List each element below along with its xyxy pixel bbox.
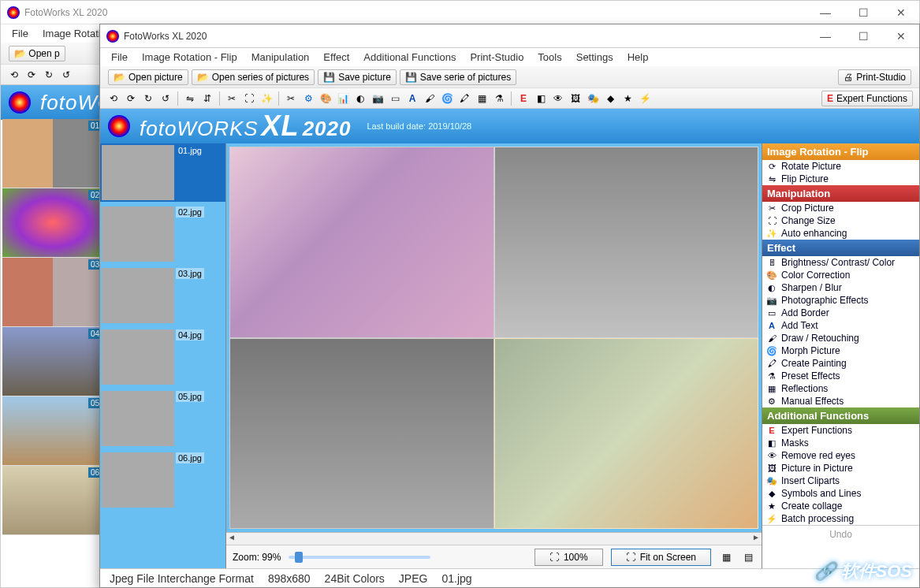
panel-item-crop[interactable]: ✂Crop Picture <box>762 202 919 214</box>
back-thumb[interactable]: 05 <box>2 396 103 466</box>
rotate-right-icon[interactable]: ⟳ <box>24 68 39 82</box>
blur-icon[interactable]: ◐ <box>353 91 367 106</box>
flip-h-icon[interactable]: ⇋ <box>183 91 197 106</box>
menu-rotation-flip[interactable]: Image Rotation - Flip <box>142 51 237 63</box>
reflect-icon[interactable]: ▦ <box>475 91 489 106</box>
collage-icon[interactable]: ★ <box>620 91 635 106</box>
back-thumb[interactable]: 02 <box>2 188 103 258</box>
panel-item-auto[interactable]: ✨Auto enhancing <box>762 227 919 240</box>
grid-icon[interactable]: ▦ <box>719 550 733 564</box>
panel-item-symbols[interactable]: ◆Symbols and Lines <box>762 487 919 500</box>
refresh-icon[interactable]: ↻ <box>42 68 56 82</box>
back-thumb[interactable]: 06 <box>2 466 103 535</box>
panel-item-redeye[interactable]: 👁Remove red eyes <box>762 449 919 462</box>
minimize-button[interactable]: — <box>814 30 837 43</box>
crop-icon[interactable]: ✂ <box>225 91 239 106</box>
wand-icon[interactable]: ✨ <box>259 91 274 106</box>
back-open-picture[interactable]: 📂 Open p <box>9 46 65 61</box>
fit-screen-button[interactable]: ⛶Fit on Screen <box>611 549 711 566</box>
back-thumb[interactable]: 01 <box>2 119 103 188</box>
print-studio-button[interactable]: 🖨Print-Studio <box>838 69 911 85</box>
chart-icon[interactable]: 📊 <box>336 91 350 106</box>
mask-icon[interactable]: ◧ <box>534 91 548 106</box>
color-icon[interactable]: 🎨 <box>318 91 333 106</box>
save-series-button[interactable]: 💾Save serie of pictures <box>400 69 516 85</box>
menu-settings[interactable]: Settings <box>576 51 613 63</box>
camera-icon[interactable]: 📷 <box>371 91 385 106</box>
panel-item-resize[interactable]: ⛶Change Size <box>762 214 919 227</box>
panel-item-sharpen[interactable]: ◐Sharpen / Blur <box>762 281 919 294</box>
panel-item-preset[interactable]: ⚗Preset Effects <box>762 370 919 382</box>
thumbnail-item[interactable]: 03.jpg <box>100 266 225 328</box>
back-thumb[interactable]: 03 <box>2 258 103 327</box>
morph-icon[interactable]: 🌀 <box>440 91 454 106</box>
refresh2-icon[interactable]: ↺ <box>59 68 73 82</box>
panel-item-text[interactable]: AAdd Text <box>762 319 919 332</box>
maximize-button[interactable]: ☐ <box>851 6 875 19</box>
menu-manipulation[interactable]: Manipulation <box>251 51 310 63</box>
panel-item-collage[interactable]: ★Create collage <box>762 500 919 512</box>
thumbnail-item[interactable]: 02.jpg <box>100 205 225 266</box>
panel-item-batch[interactable]: ⚡Batch processing <box>762 512 919 525</box>
save-picture-button[interactable]: 💾Save picture <box>318 69 397 85</box>
shapes-icon[interactable]: ◆ <box>603 91 617 106</box>
preset-icon[interactable]: ⚗ <box>492 91 506 106</box>
menu-print-studio[interactable]: Print-Studio <box>470 51 523 63</box>
rotate-left-icon[interactable]: ⟲ <box>106 91 121 106</box>
open-picture-button[interactable]: 📂Open picture <box>108 69 188 85</box>
rotate-ccw-icon[interactable]: ↺ <box>158 91 173 106</box>
panel-item-brightness[interactable]: 🎚Brightness/ Contrast/ Color <box>762 256 919 269</box>
thumbnail-item[interactable]: 04.jpg <box>100 328 225 389</box>
menu-effect[interactable]: Effect <box>323 51 349 63</box>
undo-button[interactable]: Undo <box>762 525 919 543</box>
pip-icon[interactable]: 🖼 <box>568 91 583 106</box>
panel-item-flip[interactable]: ⇋Flip Picture <box>762 173 919 185</box>
brush-icon[interactable]: 🖌 <box>423 91 437 106</box>
close-button[interactable]: ✕ <box>889 6 913 19</box>
paint-icon[interactable]: 🖍 <box>457 91 471 106</box>
text-icon[interactable]: A <box>405 91 419 106</box>
panel-item-masks[interactable]: ◧Masks <box>762 437 919 449</box>
panel-item-colorcorr[interactable]: 🎨Color Correction <box>762 269 919 281</box>
maximize-button[interactable]: ☐ <box>851 30 875 43</box>
resize-icon[interactable]: ⛶ <box>242 91 256 106</box>
expert-e-icon[interactable]: E <box>516 91 531 106</box>
panel-item-rotate[interactable]: ⟳Rotate Picture <box>762 160 919 173</box>
flip-v-icon[interactable]: ⇵ <box>200 91 214 106</box>
cut-icon[interactable]: ✂ <box>284 91 298 106</box>
back-thumb[interactable]: 04 <box>2 327 103 396</box>
expert-functions-button[interactable]: EExpert Functions <box>821 91 913 106</box>
image-preview[interactable] <box>226 143 762 532</box>
panel-item-draw[interactable]: 🖌Draw / Retouching <box>762 332 919 344</box>
redeye-icon[interactable]: 👁 <box>551 91 565 106</box>
panel-item-morph[interactable]: 🌀Morph Picture <box>762 344 919 357</box>
panel-item-expert[interactable]: EExpert Functions <box>762 424 919 437</box>
thumbnail-item[interactable]: 01.jpg <box>100 143 225 205</box>
menu-additional[interactable]: Additional Functions <box>363 51 456 63</box>
menu-help[interactable]: Help <box>628 51 649 63</box>
menu-file[interactable]: File <box>12 28 28 39</box>
menu-tools[interactable]: Tools <box>538 51 561 63</box>
border-icon[interactable]: ▭ <box>388 91 402 106</box>
rotate-cw-icon[interactable]: ↻ <box>141 91 155 106</box>
adjust-icon[interactable]: ⚙ <box>301 91 315 106</box>
menu-file[interactable]: File <box>111 51 128 63</box>
zoom-slider[interactable] <box>289 556 430 559</box>
close-button[interactable]: ✕ <box>889 30 913 43</box>
thumbnail-item[interactable]: 06.jpg <box>100 451 225 512</box>
minimize-button[interactable]: — <box>814 6 837 19</box>
open-series-button[interactable]: 📂Open series of pictures <box>192 69 315 85</box>
clipart-icon[interactable]: 🎭 <box>586 91 600 106</box>
panel-item-photofx[interactable]: 📷Photographic Effects <box>762 294 919 307</box>
panel-item-clipart[interactable]: 🎭Insert Cliparts <box>762 474 919 487</box>
grid2-icon[interactable]: ▤ <box>741 550 755 564</box>
panel-item-border[interactable]: ▭Add Border <box>762 307 919 319</box>
thumbnail-item[interactable]: 05.jpg <box>100 389 225 451</box>
panel-item-reflect[interactable]: ▦Reflections <box>762 382 919 395</box>
rotate-right-icon[interactable]: ⟳ <box>124 91 138 106</box>
batch-icon[interactable]: ⚡ <box>638 91 652 106</box>
panel-item-manualfx[interactable]: ⚙Manual Effects <box>762 395 919 408</box>
zoom-100-button[interactable]: ⛶100% <box>534 549 603 566</box>
panel-item-pip[interactable]: 🖼Picture in Picture <box>762 462 919 474</box>
panel-item-paint[interactable]: 🖍Create Painting <box>762 357 919 370</box>
